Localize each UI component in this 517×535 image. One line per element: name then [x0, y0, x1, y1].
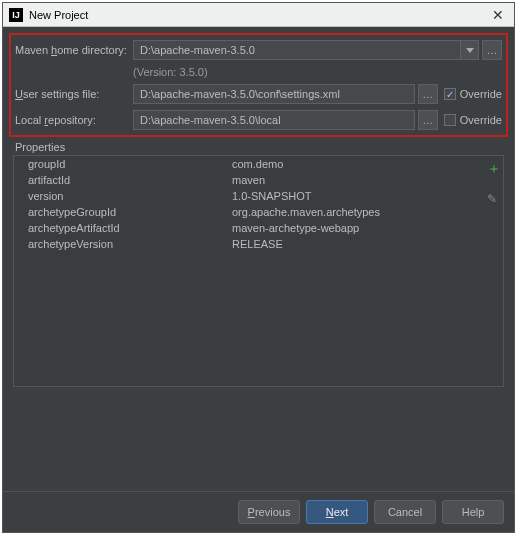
cancel-button[interactable]: Cancel — [374, 500, 436, 524]
user-settings-label: User settings file: — [15, 88, 133, 100]
maven-home-label: Maven home directory: — [15, 44, 133, 56]
properties-table: groupIdcom.demoartifactIdmavenversion1.0… — [13, 155, 504, 387]
checkbox-icon: ✓ — [444, 88, 456, 100]
highlighted-settings-area: Maven home directory: D:\apache-maven-3.… — [9, 33, 508, 137]
user-settings-browse-button[interactable]: … — [418, 84, 438, 104]
previous-button[interactable]: Previous — [238, 500, 300, 524]
property-key: archetypeVersion — [22, 238, 232, 250]
property-value: maven-archetype-webapp — [232, 222, 495, 234]
local-repo-label: Local repository: — [15, 114, 133, 126]
properties-title: Properties — [15, 141, 504, 153]
help-button[interactable]: Help — [442, 500, 504, 524]
property-key: archetypeArtifactId — [22, 222, 232, 234]
window-title: New Project — [29, 9, 488, 21]
titlebar: IJ New Project ✕ — [3, 3, 514, 27]
table-row[interactable]: groupIdcom.demo — [14, 156, 503, 172]
table-row[interactable]: archetypeArtifactIdmaven-archetype-webap… — [14, 220, 503, 236]
property-key: artifactId — [22, 174, 232, 186]
close-icon[interactable]: ✕ — [488, 8, 508, 22]
table-row[interactable]: archetypeGroupIdorg.apache.maven.archety… — [14, 204, 503, 220]
property-value: RELEASE — [232, 238, 495, 250]
maven-home-field[interactable]: D:\apache-maven-3.5.0 — [133, 40, 461, 60]
table-row[interactable]: version1.0-SNAPSHOT — [14, 188, 503, 204]
table-row[interactable]: artifactIdmaven — [14, 172, 503, 188]
checkbox-icon — [444, 114, 456, 126]
maven-home-dropdown-button[interactable] — [461, 40, 479, 60]
property-value: com.demo — [232, 158, 495, 170]
local-repo-browse-button[interactable]: … — [418, 110, 438, 130]
table-row[interactable]: archetypeVersionRELEASE — [14, 236, 503, 252]
property-value: maven — [232, 174, 495, 186]
next-button[interactable]: Next — [306, 500, 368, 524]
maven-home-browse-button[interactable]: … — [482, 40, 502, 60]
property-value: 1.0-SNAPSHOT — [232, 190, 495, 202]
caret-down-icon — [466, 48, 474, 53]
property-value: org.apache.maven.archetypes — [232, 206, 495, 218]
edit-property-button[interactable]: ✎ — [487, 192, 501, 206]
app-icon: IJ — [9, 8, 23, 22]
user-settings-field[interactable]: D:\apache-maven-3.5.0\conf\settings.xml — [133, 84, 415, 104]
property-key: version — [22, 190, 232, 202]
property-key: archetypeGroupId — [22, 206, 232, 218]
new-project-dialog: IJ New Project ✕ Maven home directory: D… — [2, 2, 515, 533]
property-key: groupId — [22, 158, 232, 170]
dialog-footer: Previous Next Cancel Help — [3, 491, 514, 532]
local-repo-override-checkbox[interactable]: Override — [444, 114, 502, 126]
add-property-button[interactable]: ＋ — [487, 160, 501, 178]
local-repo-field[interactable]: D:\apache-maven-3.5.0\local — [133, 110, 415, 130]
user-settings-override-checkbox[interactable]: ✓ Override — [444, 88, 502, 100]
maven-version-text: (Version: 3.5.0) — [133, 66, 208, 78]
